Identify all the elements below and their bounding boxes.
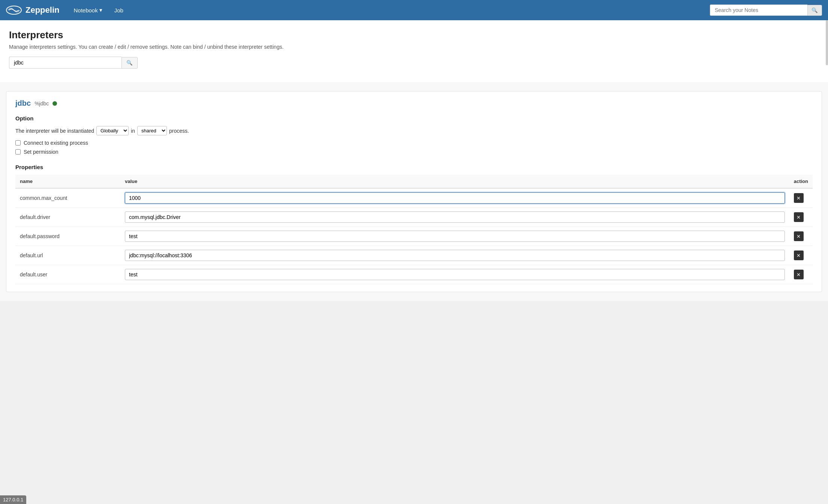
prop-action-cell: ✕ bbox=[789, 246, 813, 265]
brand-name: Zeppelin bbox=[26, 5, 59, 15]
nav-search-input[interactable] bbox=[710, 4, 807, 16]
nav-search-button[interactable]: 🔍 bbox=[807, 5, 822, 16]
prop-value-cell bbox=[120, 227, 789, 246]
prop-delete-button-0[interactable]: ✕ bbox=[794, 193, 804, 203]
prop-value-input-0[interactable] bbox=[125, 192, 785, 204]
table-row: default.url✕ bbox=[15, 246, 813, 265]
prop-value-cell bbox=[120, 246, 789, 265]
brand-logo[interactable]: Zeppelin bbox=[6, 5, 59, 15]
properties-section: Properties name value action common.max_… bbox=[15, 164, 813, 284]
table-row: default.driver✕ bbox=[15, 208, 813, 227]
prop-action-cell: ✕ bbox=[789, 265, 813, 284]
col-name: name bbox=[15, 175, 120, 188]
page-description: Manage interpreters settings. You can cr… bbox=[9, 44, 819, 50]
status-indicator bbox=[52, 101, 57, 106]
option-section-title: Option bbox=[15, 115, 813, 122]
prop-name-cell: default.password bbox=[15, 227, 120, 246]
nav-notebook[interactable]: Notebook ▾ bbox=[68, 4, 107, 16]
search-bar: 🔍 bbox=[9, 57, 819, 69]
option-section: Option The interpreter will be instantia… bbox=[15, 115, 813, 155]
table-row: common.max_count✕ bbox=[15, 188, 813, 208]
prop-name-cell: default.driver bbox=[15, 208, 120, 227]
instantiation-text-in: in bbox=[131, 128, 135, 134]
set-permission-row: Set permission bbox=[15, 149, 813, 155]
table-header-row: name value action bbox=[15, 175, 813, 188]
prop-value-input-2[interactable] bbox=[125, 231, 785, 242]
prop-name-cell: common.max_count bbox=[15, 188, 120, 208]
properties-table: name value action common.max_count✕defau… bbox=[15, 175, 813, 284]
table-row: default.user✕ bbox=[15, 265, 813, 284]
table-row: default.password✕ bbox=[15, 227, 813, 246]
interpreter-binding: %jdbc bbox=[34, 100, 49, 106]
prop-name-cell: default.user bbox=[15, 265, 120, 284]
instantiation-text-before: The interpreter will be instantiated bbox=[15, 128, 94, 134]
set-permission-label: Set permission bbox=[24, 149, 58, 155]
interpreter-name: jdbc bbox=[15, 99, 31, 108]
page-title: Interpreters bbox=[9, 29, 819, 41]
instantiation-text-end: process. bbox=[169, 128, 189, 134]
connect-existing-checkbox[interactable] bbox=[15, 140, 21, 146]
instantiation-row: The interpreter will be instantiated Glo… bbox=[15, 126, 813, 135]
prop-action-cell: ✕ bbox=[789, 188, 813, 208]
interpreter-container: jdbc %jdbc Option The interpreter will b… bbox=[0, 82, 828, 301]
connect-existing-label: Connect to existing process bbox=[24, 140, 88, 146]
main-content: Interpreters Manage interpreters setting… bbox=[0, 20, 828, 82]
nav-job[interactable]: Job bbox=[109, 4, 129, 16]
interpreter-search-button[interactable]: 🔍 bbox=[122, 57, 138, 69]
interpreter-header: jdbc %jdbc bbox=[15, 99, 813, 108]
prop-delete-button-2[interactable]: ✕ bbox=[794, 231, 804, 241]
prop-value-input-4[interactable] bbox=[125, 269, 785, 280]
interpreter-search-input[interactable] bbox=[9, 57, 122, 69]
nav-search-container: 🔍 bbox=[710, 4, 822, 16]
shared-select[interactable]: shared scoped isolated bbox=[137, 126, 167, 135]
prop-action-cell: ✕ bbox=[789, 227, 813, 246]
prop-action-cell: ✕ bbox=[789, 208, 813, 227]
interpreter-card: jdbc %jdbc Option The interpreter will b… bbox=[6, 91, 822, 292]
prop-value-cell bbox=[120, 188, 789, 208]
prop-value-input-3[interactable] bbox=[125, 250, 785, 261]
prop-name-cell: default.url bbox=[15, 246, 120, 265]
prop-value-cell bbox=[120, 208, 789, 227]
prop-delete-button-4[interactable]: ✕ bbox=[794, 270, 804, 279]
connect-existing-row: Connect to existing process bbox=[15, 140, 813, 146]
zeppelin-logo-icon bbox=[6, 5, 22, 15]
chevron-down-icon: ▾ bbox=[99, 7, 102, 14]
prop-delete-button-3[interactable]: ✕ bbox=[794, 250, 804, 260]
prop-value-input-1[interactable] bbox=[125, 212, 785, 223]
col-value: value bbox=[120, 175, 789, 188]
globally-select[interactable]: Globally Per Note Per User bbox=[96, 126, 129, 135]
navbar-nav: Notebook ▾ Job bbox=[68, 4, 701, 16]
col-action: action bbox=[789, 175, 813, 188]
scrollbar[interactable] bbox=[826, 20, 828, 65]
set-permission-checkbox[interactable] bbox=[15, 149, 21, 154]
navbar: Zeppelin Notebook ▾ Job 🔍 bbox=[0, 0, 828, 20]
prop-delete-button-1[interactable]: ✕ bbox=[794, 212, 804, 222]
prop-value-cell bbox=[120, 265, 789, 284]
properties-section-title: Properties bbox=[15, 164, 813, 170]
